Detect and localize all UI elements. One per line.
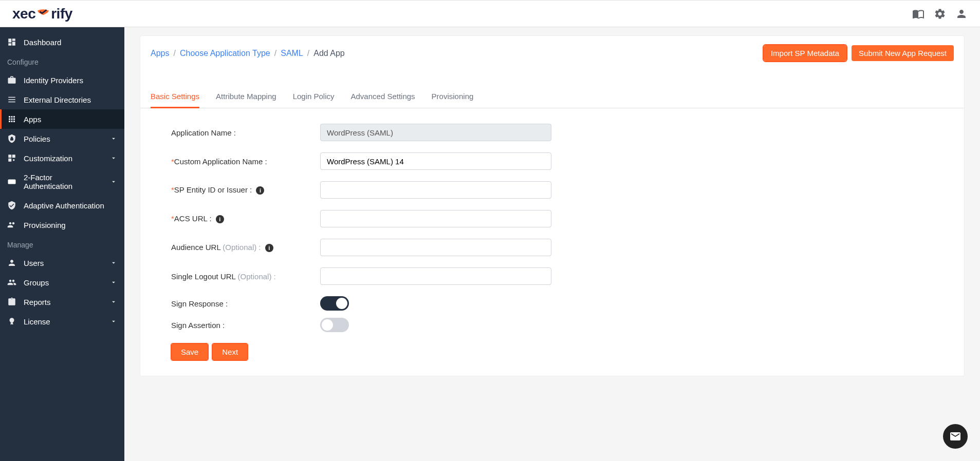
info-icon[interactable]: i [256, 186, 264, 195]
tab-provisioning[interactable]: Provisioning [432, 86, 474, 108]
sign-assertion-label: Sign Assertion : [171, 321, 320, 330]
svg-rect-0 [8, 180, 16, 184]
sidebar-item-provisioning[interactable]: Provisioning [0, 215, 124, 235]
acs-url-label: *ACS URL : i [171, 214, 320, 223]
breadcrumb-apps[interactable]: Apps [151, 49, 169, 58]
shield-icon [36, 8, 50, 20]
chevron-down-icon [110, 279, 117, 286]
chevron-down-icon [110, 178, 117, 185]
person-icon[interactable] [955, 8, 968, 20]
acs-url-input[interactable] [320, 210, 551, 227]
sidebar-item-groups[interactable]: Groups [0, 273, 124, 292]
briefcase-icon [7, 75, 16, 85]
tab-basic-settings[interactable]: Basic Settings [151, 86, 199, 108]
shield-check-icon [7, 201, 16, 210]
breadcrumb: Apps / Choose Application Type / SAML / … [151, 49, 345, 58]
mail-icon [949, 430, 961, 443]
tab-attribute-mapping[interactable]: Attribute Mapping [216, 86, 276, 108]
submit-new-app-request-button[interactable]: Submit New App Request [852, 45, 954, 61]
import-sp-metadata-button[interactable]: Import SP Metadata [764, 45, 846, 61]
breadcrumb-current: Add App [313, 49, 345, 58]
sign-assertion-toggle[interactable] [320, 318, 349, 332]
group-icon [7, 278, 16, 287]
logo: xec rify [12, 6, 72, 22]
chevron-down-icon [110, 155, 117, 162]
sync-icon [7, 220, 16, 229]
clipboard-icon [7, 297, 16, 306]
next-button[interactable]: Next [212, 343, 248, 360]
sign-response-toggle[interactable] [320, 296, 349, 311]
sidebar-item-adaptive-auth[interactable]: Adaptive Authentication [0, 196, 124, 215]
user-icon [7, 258, 16, 267]
sidebar-item-apps[interactable]: Apps [0, 109, 124, 129]
sidebar-item-customization[interactable]: Customization [0, 148, 124, 168]
svg-point-1 [10, 318, 14, 322]
chevron-down-icon [110, 135, 117, 142]
sidebar-item-dashboard[interactable]: Dashboard [0, 32, 124, 52]
list-icon [7, 95, 16, 104]
chevron-down-icon [110, 259, 117, 266]
audience-url-input[interactable] [320, 239, 551, 256]
custom-name-label: *Custom Application Name : [171, 157, 320, 166]
sidebar-item-license[interactable]: License [0, 312, 124, 331]
chat-fab[interactable] [943, 424, 968, 449]
audience-url-label: Audience URL (Optional) : i [171, 243, 320, 252]
sidebar-item-reports[interactable]: Reports [0, 292, 124, 312]
sign-response-label: Sign Response : [171, 299, 320, 308]
sidebar-item-external-directories[interactable]: External Directories [0, 90, 124, 109]
app-name-label: Application Name : [171, 128, 320, 137]
sidebar: Dashboard Configure Identity Providers E… [0, 27, 124, 461]
sidebar-item-users[interactable]: Users [0, 253, 124, 273]
custom-name-input[interactable] [320, 152, 551, 170]
info-icon[interactable]: i [216, 215, 224, 223]
breadcrumb-choose[interactable]: Choose Application Type [180, 49, 270, 58]
dashboard-icon [7, 37, 16, 47]
tab-login-policy[interactable]: Login Policy [293, 86, 335, 108]
sidebar-item-policies[interactable]: Policies [0, 129, 124, 148]
save-button[interactable]: Save [171, 343, 208, 360]
sp-entity-label: *SP Entity ID or Issuer : i [171, 185, 320, 195]
section-manage: Manage [0, 235, 124, 253]
chevron-down-icon [110, 318, 117, 325]
tab-advanced-settings[interactable]: Advanced Settings [351, 86, 415, 108]
award-icon [7, 317, 16, 326]
section-configure: Configure [0, 52, 124, 70]
sp-entity-input[interactable] [320, 181, 551, 199]
breadcrumb-saml[interactable]: SAML [281, 49, 303, 58]
tabs: Basic Settings Attribute Mapping Login P… [140, 86, 964, 108]
sidebar-item-identity-providers[interactable]: Identity Providers [0, 70, 124, 90]
apps-icon [7, 114, 16, 124]
slo-url-label: Single Logout URL (Optional) : [171, 272, 320, 281]
app-name-input [320, 124, 551, 141]
gear-icon[interactable] [934, 8, 946, 20]
policy-icon [7, 134, 16, 143]
chevron-down-icon [110, 298, 117, 305]
info-icon[interactable]: i [265, 244, 273, 252]
sidebar-item-2fa[interactable]: 2-Factor Authentication [0, 168, 124, 196]
customization-icon [7, 153, 16, 163]
number-icon [7, 177, 16, 186]
slo-url-input[interactable] [320, 267, 551, 285]
book-icon[interactable] [912, 8, 924, 20]
